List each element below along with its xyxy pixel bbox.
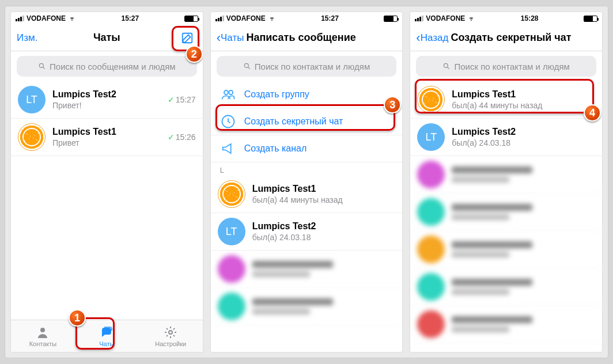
search-icon <box>442 62 451 70</box>
chat-time: ✓15:27 <box>168 95 196 104</box>
contact-row-blurred <box>410 231 602 268</box>
contact-row[interactable]: LT Lumpics Test2 был(а) 24.03.18 <box>211 213 403 251</box>
section-header-l: L <box>211 162 403 176</box>
chat-time: ✓15:26 <box>168 132 196 142</box>
tab-settings[interactable]: Настройки <box>139 320 203 352</box>
battery-icon <box>184 16 198 22</box>
nav-header: ‹Назад Создать секретный чат <box>410 25 602 51</box>
back-button[interactable]: ‹Назад <box>416 32 448 44</box>
avatar: LT <box>417 123 445 151</box>
group-icon <box>220 88 236 101</box>
nav-header: Изм. Чаты <box>11 25 203 51</box>
chats-icon <box>99 325 114 339</box>
clock: 15:27 <box>321 14 339 22</box>
contact-row-blurred <box>410 306 602 343</box>
screen-new-message: VODAFONE 15:27 ‹Чаты Написать сообщение … <box>211 12 403 352</box>
search-input[interactable]: Поиск по контактам и людям <box>217 56 397 77</box>
avatar <box>18 123 46 151</box>
contact-name: Lumpics Test1 <box>252 184 396 194</box>
signal-icon <box>215 16 224 21</box>
chat-preview: Привет <box>52 138 161 147</box>
status-bar: VODAFONE 15:27 <box>11 12 203 25</box>
contact-row-blurred <box>410 268 602 306</box>
screen-create-secret: VODAFONE 15:28 ‹Назад Создать секретный … <box>410 12 602 352</box>
avatar <box>417 86 445 113</box>
contact-row[interactable]: Lumpics Test1 был(а) 44 минуты назад <box>211 176 403 213</box>
contact-name: Lumpics Test2 <box>252 221 396 232</box>
clock: 15:28 <box>521 14 539 22</box>
battery-icon <box>584 16 597 22</box>
svg-point-4 <box>244 63 248 67</box>
compose-button[interactable] <box>177 28 197 48</box>
battery-icon <box>384 16 398 22</box>
tab-contacts[interactable]: Контакты <box>11 320 75 352</box>
search-icon <box>243 62 251 70</box>
signal-icon <box>415 16 423 21</box>
page-title: Создать секретный чат <box>448 32 596 44</box>
edit-button[interactable]: Изм. <box>17 32 37 44</box>
contact-status: был(а) 44 минуты назад <box>452 101 595 110</box>
signal-icon <box>16 16 24 21</box>
create-secret-chat-button[interactable]: Создать секретный чат <box>211 108 403 135</box>
chat-name: Lumpics Test1 <box>52 127 161 137</box>
svg-point-1 <box>39 63 43 67</box>
status-bar: VODAFONE 15:27 <box>211 12 403 25</box>
contact-row[interactable]: LT Lumpics Test2 был(а) 24.03.18 <box>410 119 602 156</box>
search-placeholder: Поиск по контактам и людям <box>255 62 370 71</box>
svg-point-8 <box>444 63 448 67</box>
create-channel-button[interactable]: Создать канал <box>211 135 403 162</box>
status-bar: VODAFONE 15:28 <box>410 12 602 25</box>
settings-icon <box>163 325 178 339</box>
carrier-label: VODAFONE <box>226 14 266 22</box>
contact-row[interactable]: Lumpics Test1 был(а) 44 минуты назад <box>410 81 602 119</box>
chat-preview: Привет! <box>52 101 161 110</box>
contact-status: был(а) 24.03.18 <box>252 233 396 242</box>
avatar: LT <box>18 86 46 113</box>
contact-row-blurred <box>211 251 403 288</box>
tutorial-triptych: VODAFONE 15:27 Изм. Чаты Поиск по сообще… <box>5 6 608 358</box>
back-button[interactable]: ‹Чаты <box>217 32 244 44</box>
carrier-label: VODAFONE <box>426 14 465 22</box>
create-group-button[interactable]: Создать группу <box>211 81 403 108</box>
search-placeholder: Поиск по сообщениям и людям <box>50 62 176 71</box>
svg-point-2 <box>40 328 45 332</box>
contact-row-blurred <box>410 194 602 231</box>
contact-status: был(а) 24.03.18 <box>452 138 595 147</box>
channel-icon <box>220 142 236 155</box>
svg-rect-0 <box>182 33 192 43</box>
tab-chats[interactable]: Чаты <box>75 320 139 352</box>
contact-name: Lumpics Test1 <box>452 89 595 100</box>
contact-row-blurred <box>410 156 602 194</box>
secret-chat-icon <box>220 115 236 128</box>
page-title: Написать сообщение <box>244 32 396 44</box>
compose-icon <box>181 32 194 44</box>
chat-name: Lumpics Test2 <box>52 89 161 100</box>
clock: 15:27 <box>121 14 139 22</box>
tab-bar: Контакты Чаты Настройки <box>11 320 203 352</box>
contact-status: был(а) 44 минуты назад <box>252 195 396 204</box>
search-input[interactable]: Поиск по сообщениям и людям <box>17 56 197 77</box>
carrier-label: VODAFONE <box>27 14 66 22</box>
wifi-icon <box>68 16 76 21</box>
svg-point-6 <box>229 90 233 94</box>
search-icon <box>38 62 46 70</box>
avatar: LT <box>218 218 245 245</box>
wifi-icon <box>268 16 276 21</box>
chat-row[interactable]: Lumpics Test1 Привет ✓15:26 <box>11 119 203 156</box>
contact-row-blurred <box>211 288 403 325</box>
search-input[interactable]: Поиск по контактам и людям <box>416 56 596 77</box>
svg-point-5 <box>224 90 228 94</box>
contacts-icon <box>35 325 50 339</box>
chat-row[interactable]: LT Lumpics Test2 Привет! ✓15:27 <box>11 81 203 119</box>
wifi-icon <box>467 16 475 21</box>
screen-chats: VODAFONE 15:27 Изм. Чаты Поиск по сообще… <box>11 12 203 352</box>
page-title: Чаты <box>93 32 120 44</box>
avatar <box>218 180 245 208</box>
search-placeholder: Поиск по контактам и людям <box>454 62 569 71</box>
svg-point-3 <box>169 331 172 334</box>
contact-name: Lumpics Test2 <box>452 127 595 137</box>
nav-header: ‹Чаты Написать сообщение <box>211 25 403 51</box>
